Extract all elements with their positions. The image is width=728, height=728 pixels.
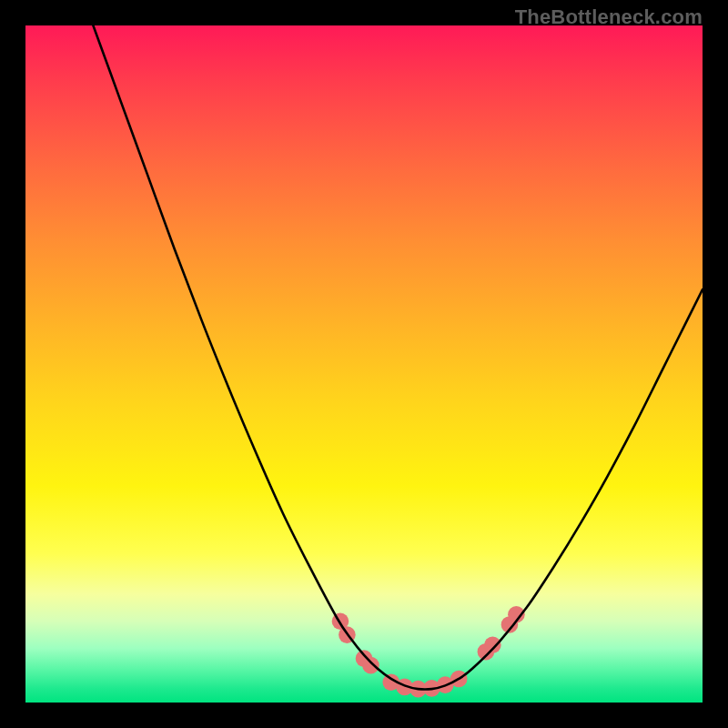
bottleneck-curve-path xyxy=(93,25,703,690)
watermark-text: TheBottleneck.com xyxy=(515,5,703,29)
highlight-dot xyxy=(484,636,501,653)
plot-area xyxy=(25,25,703,703)
highlight-dot xyxy=(362,657,379,674)
chart-svg xyxy=(25,25,703,703)
chart-frame: TheBottleneck.com xyxy=(0,0,728,728)
